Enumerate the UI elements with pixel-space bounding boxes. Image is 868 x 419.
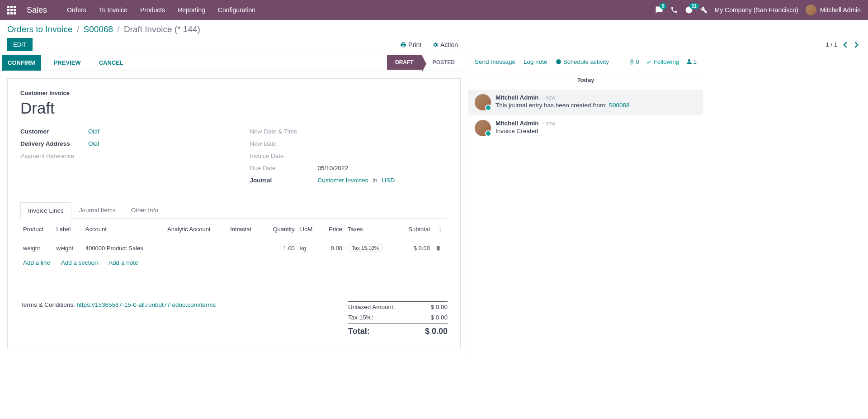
form-left: Customer Olaf Delivery Address Olaf Paym…	[20, 128, 218, 189]
line-actions: Add a line Add a section Add a note	[20, 256, 448, 270]
customer-label: Customer	[20, 128, 88, 135]
user-menu[interactable]: Mitchell Admin	[806, 5, 861, 15]
send-message-link[interactable]: Send message	[475, 58, 515, 65]
cell-subtotal: $ 0.00	[398, 240, 433, 256]
content-wrap: CONFIRM PREVIEW CANCEL DRAFT POSTED Cust…	[0, 54, 868, 357]
add-section-link[interactable]: Add a section	[61, 259, 98, 266]
msg-author: Mitchell Admin	[495, 120, 539, 127]
cell-quantity: 1.00	[262, 240, 297, 256]
clock-icon	[556, 59, 561, 65]
breadcrumb: Orders to Invoice / S00068 / Draft Invoi…	[7, 24, 861, 34]
nav-configuration[interactable]: Configuration	[218, 6, 255, 14]
crumb-current: Draft Invoice (* 144)	[124, 24, 200, 34]
activities-icon[interactable]: 31	[685, 6, 693, 14]
schedule-activity-link[interactable]: Schedule activity	[556, 58, 609, 65]
columns-options-icon[interactable]: ⋮	[435, 222, 445, 236]
msg-time: - now	[542, 95, 555, 101]
tab-invoice-lines[interactable]: Invoice Lines	[20, 202, 71, 219]
nav-orders[interactable]: Orders	[67, 6, 86, 14]
customer-link[interactable]: Olaf	[88, 128, 99, 135]
add-line-link[interactable]: Add a line	[23, 259, 50, 266]
form-sheet: Customer Invoice Draft Customer Olaf Del…	[7, 78, 461, 349]
msg-link[interactable]: S00068	[609, 102, 630, 109]
payment-ref-label: Payment Reference	[20, 152, 88, 159]
cell-analytic	[165, 240, 227, 256]
col-intrastat: Intrastat	[227, 219, 262, 240]
invoice-type-label: Customer Invoice	[20, 90, 448, 96]
pager-prev-icon[interactable]	[841, 40, 849, 50]
messages-badge: 5	[660, 3, 667, 9]
col-price: Price	[321, 219, 345, 240]
tax-chip: Tax 15.10%	[348, 244, 383, 252]
col-account: Account	[83, 219, 165, 240]
action-button[interactable]: Action	[432, 41, 458, 48]
top-nav: Sales Orders To Invoice Products Reporti…	[0, 0, 868, 20]
paperclip-icon	[629, 59, 635, 65]
payment-ref-value	[88, 152, 218, 159]
msg-text: Invoice Created	[495, 128, 555, 134]
due-date-value: 05/10/2022	[318, 165, 448, 171]
form-footer: Terms & Conditions: https://15365567-15-…	[20, 301, 448, 338]
currency-link[interactable]: USD	[382, 177, 395, 184]
preview-button[interactable]: PREVIEW	[48, 56, 86, 70]
terms-link[interactable]: https://15365567-15-0-all.runbot77.odoo.…	[77, 301, 216, 308]
user-name: Mitchell Admin	[820, 6, 861, 14]
terms: Terms & Conditions: https://15365567-15-…	[20, 301, 348, 308]
attachments-button[interactable]: 0	[629, 58, 639, 65]
col-quantity: Quantity	[262, 219, 297, 240]
form-right: New Date & Time New Date Invoice Date Du…	[250, 128, 448, 189]
messages-icon[interactable]: 5	[655, 6, 663, 14]
cell-product: weight	[20, 240, 54, 256]
avatar	[475, 94, 491, 110]
table-row[interactable]: weight weight 400000 Product Sales 1.00 …	[20, 240, 448, 256]
invoice-lines-table: Product Label Account Analytic Account I…	[20, 219, 448, 270]
edit-button[interactable]: EDIT	[7, 38, 33, 51]
log-note-link[interactable]: Log note	[524, 58, 547, 65]
add-note-link[interactable]: Add a note	[108, 259, 138, 266]
pager-next-icon[interactable]	[853, 40, 861, 50]
tab-journal-items[interactable]: Journal Items	[71, 202, 123, 218]
terms-label: Terms & Conditions:	[20, 301, 77, 308]
journal-link[interactable]: Customer Invoices	[318, 177, 368, 184]
cancel-button[interactable]: CANCEL	[94, 56, 129, 70]
pager: 1 / 1	[826, 40, 861, 50]
col-label: Label	[54, 219, 83, 240]
apps-icon[interactable]	[7, 6, 16, 14]
stage-posted[interactable]: POSTED	[422, 55, 462, 70]
total-value: $ 0.00	[425, 327, 448, 336]
crumb-order[interactable]: S00068	[84, 24, 113, 34]
debug-icon[interactable]	[700, 6, 708, 14]
company-selector[interactable]: My Company (San Francisco)	[715, 6, 798, 14]
toolbar: EDIT Print Action 1 / 1	[7, 38, 861, 51]
journal-in: in	[373, 177, 377, 184]
nav-brand[interactable]: Sales	[27, 5, 47, 15]
totals: Untaxed Amount:$ 0.00 Tax 15%:$ 0.00 Tot…	[348, 301, 448, 338]
delete-line-icon[interactable]	[435, 245, 445, 251]
status-bar: CONFIRM PREVIEW CANCEL DRAFT POSTED	[0, 54, 468, 71]
nav-right: 5 31 My Company (San Francisco) Mitchell…	[655, 5, 861, 15]
gear-icon	[432, 42, 439, 48]
chat-message: Mitchell Admin - now This journal entry …	[468, 90, 703, 115]
col-taxes: Taxes	[345, 219, 398, 240]
nav-products[interactable]: Products	[140, 6, 165, 14]
print-icon	[400, 42, 406, 48]
confirm-button[interactable]: CONFIRM	[2, 55, 41, 71]
nav-reporting[interactable]: Reporting	[178, 6, 205, 14]
stage-draft[interactable]: DRAFT	[387, 55, 422, 70]
form-fields: Customer Olaf Delivery Address Olaf Paym…	[20, 128, 448, 189]
phone-icon[interactable]	[670, 6, 678, 14]
activities-badge: 31	[689, 3, 699, 9]
cell-intrastat	[227, 240, 262, 256]
nav-to-invoice[interactable]: To Invoice	[99, 6, 127, 14]
tab-other-info[interactable]: Other Info	[123, 202, 166, 218]
journal-label: Journal	[250, 177, 318, 184]
msg-author: Mitchell Admin	[495, 94, 539, 101]
print-button[interactable]: Print	[400, 41, 421, 48]
status-stages: DRAFT POSTED	[387, 55, 468, 70]
chat-message: Mitchell Admin - now Invoice Created	[468, 115, 703, 141]
col-product: Product	[20, 219, 54, 240]
followers-button[interactable]: 1	[686, 58, 697, 65]
following-button[interactable]: Following	[646, 58, 679, 65]
crumb-orders[interactable]: Orders to Invoice	[7, 24, 73, 34]
delivery-link[interactable]: Olaf	[88, 140, 99, 147]
